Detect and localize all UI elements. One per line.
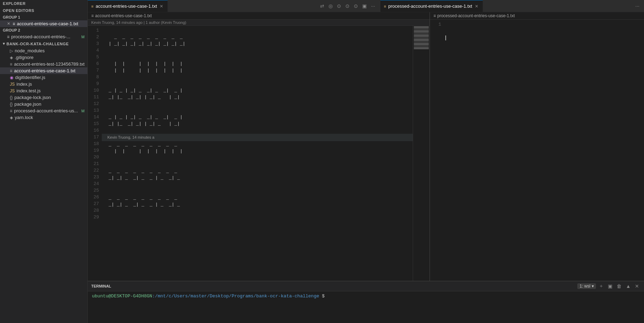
sidebar-tree-item[interactable]: ▷node_modules (0, 47, 87, 54)
left-tab-filename: account-entries-use-case-1.txt (95, 4, 157, 9)
line-number: 17 (91, 134, 99, 140)
line-number: 24 (91, 180, 99, 187)
sidebar-tree-item[interactable]: {}package.json (0, 101, 87, 107)
file-name: node_modules (15, 48, 45, 53)
nav-fwd-icon[interactable]: ⊙ (344, 2, 351, 10)
open-editors-label: OPEN EDITORS (3, 8, 34, 13)
blame-bar: Kevin Truong, 14 minutes ago | 1 author … (88, 20, 430, 26)
right-editor-content[interactable]: 1 (430, 20, 644, 281)
chevron-down-icon: ▾ (3, 41, 5, 46)
sidebar-tree-item[interactable]: ≡account-entries-use-case-1.txt (0, 67, 87, 74)
sidebar: EXPLORER OPEN EDITORS GROUP 1 ✕ ≡ accoun… (0, 0, 88, 323)
code-line (102, 188, 413, 195)
right-tab[interactable]: ≡ processed-account-entries-use-case-1.t… (380, 0, 483, 12)
right-breadcrumb-icon: ≡ (433, 13, 436, 18)
open-editors-header[interactable]: OPEN EDITORS (0, 7, 87, 14)
explorer-header[interactable]: EXPLORER (0, 0, 87, 7)
sidebar-tree-item[interactable]: ◉digitIdentifier.js (0, 74, 87, 81)
terminal-title: TERMINAL (91, 284, 111, 288)
file-icon-2: ≡ (7, 34, 9, 39)
code-line: _ | _ | _| _ _| _ _| _ | (102, 87, 413, 94)
terminal-wsl-selector[interactable]: 1: wsl ▾ (577, 283, 596, 289)
sidebar-tree-item[interactable]: JSindex.test.js (0, 87, 87, 94)
breadcrumb: ≡ account-entries-use-case-1.txt (88, 12, 430, 20)
new-terminal-icon[interactable]: ＋ (597, 282, 605, 290)
cursor (445, 35, 446, 40)
right-code-editor[interactable] (444, 20, 644, 281)
sidebar-tree-item[interactable]: ◈yarn.lock (0, 114, 87, 121)
line-number: 19 (91, 147, 99, 154)
breadcrumb-filename: account-entries-use-case-1.txt (95, 13, 152, 18)
file-icon: ▷ (10, 48, 13, 53)
terminal-body[interactable]: ubuntu@DESKTOP-G4DH8GN:/mnt/c/Users/mast… (88, 291, 644, 323)
right-breadcrumb: ≡ processed-account-entries-use-case-1.t… (430, 12, 644, 20)
line-number: 26 (91, 194, 99, 200)
right-tab-icon: ≡ (384, 4, 386, 8)
go-live-icon[interactable]: ◎ (327, 2, 334, 10)
line-number: 12 (91, 100, 99, 107)
right-panel-more-icon[interactable]: ··· (633, 2, 641, 10)
left-tab-close-icon[interactable]: ✕ (159, 3, 164, 9)
left-tab[interactable]: ≡ account-entries-use-case-1.txt ✕ (88, 0, 168, 12)
code-line (102, 47, 413, 54)
terminal-actions: 1: wsl ▾ ＋ ▣ 🗑 ▲ ✕ (577, 282, 640, 290)
nav-back-icon[interactable]: ⊙ (335, 2, 343, 10)
terminal-section: TERMINAL 1: wsl ▾ ＋ ▣ 🗑 ▲ ✕ ubuntu@DESKT… (88, 281, 644, 323)
open-editor-item-1[interactable]: ✕ ≡ account-entries-use-case-1.txt (0, 20, 87, 27)
line-number: 3 (91, 40, 99, 47)
explorer-label: EXPLORER (3, 1, 26, 6)
terminal-user: ubuntu@DESKTOP-G4DH8GN (92, 294, 152, 299)
maximize-terminal-icon[interactable]: ▲ (624, 283, 632, 290)
more-actions-icon[interactable]: ··· (369, 2, 377, 10)
file-icon: {} (10, 95, 13, 100)
project-label: BANK-OCR-KATA-CHALLENGE (7, 42, 69, 46)
sidebar-tree-item[interactable]: JSindex.js (0, 81, 87, 87)
project-header[interactable]: ▾ BANK-OCR-KATA-CHALLENGE (0, 40, 87, 47)
line-number: 4 (91, 47, 99, 54)
code-editor[interactable]: _ _ _ _ _ _ _ _ _ | _| _| _| _| _| _| _|… (102, 26, 413, 281)
modified-badge: M (81, 109, 85, 113)
sidebar-tree-item[interactable]: ≡account-entries-test-123456789.txt (0, 61, 87, 67)
code-line (102, 74, 413, 80)
terminal-header: TERMINAL 1: wsl ▾ ＋ ▣ 🗑 ▲ ✕ (88, 281, 644, 291)
file-name: account-entries-test-123456789.txt (14, 61, 85, 67)
tab-toolbar: ⇄ ◎ ⊙ ⊙ ⊙ ▣ ··· (318, 0, 380, 12)
close-terminal-icon[interactable]: ✕ (633, 283, 640, 290)
file-icon: ◈ (10, 115, 13, 120)
right-tab-filename: processed-account-entries-use-case-1.txt (388, 4, 472, 9)
split-terminal-icon[interactable]: ▣ (606, 283, 614, 290)
sidebar-tree-item[interactable]: {}package-lock.json (0, 94, 87, 101)
sidebar-tree-item[interactable]: ◈.gitignore (0, 54, 87, 61)
left-editor-content[interactable]: 1234567891011121314151617181920212223242… (88, 26, 430, 281)
right-line-1: 1 (433, 21, 441, 28)
file-icon: ≡ (10, 62, 12, 67)
line-number: 8 (91, 74, 99, 80)
file-name: processed-account-entries-us... (14, 108, 78, 113)
delete-terminal-icon[interactable]: 🗑 (615, 283, 623, 290)
open-editor-filename-1: account-entries-use-case-1.txt (17, 21, 78, 26)
file-icon: {} (10, 102, 13, 107)
file-icon: ◉ (10, 75, 13, 80)
open-editor-item-2[interactable]: ≡ processed-account-entries-... M (0, 33, 87, 40)
sidebar-tree-item[interactable]: ≡processed-account-entries-us...M (0, 107, 87, 114)
file-name: yarn.lock (15, 115, 33, 120)
file-name: .gitignore (15, 55, 33, 60)
code-line: Kevin Truong, 14 minutes a (102, 134, 413, 141)
right-breadcrumb-filename: processed-account-entries-use-case-1.txt (437, 13, 515, 18)
line-number: 1 (91, 27, 99, 34)
line-number: 9 (91, 80, 99, 87)
code-line: | | | | | | | | (102, 148, 413, 154)
code-line: _| _| _ _| _ _ | _ _| _ (102, 174, 413, 181)
split-right-icon[interactable]: ▣ (360, 2, 369, 10)
run-icon[interactable]: ⊙ (352, 2, 360, 10)
file-icon: ◈ (10, 55, 13, 60)
line-number: 7 (91, 67, 99, 74)
right-editor-panel: ≡ processed-account-entries-use-case-1.t… (430, 12, 644, 281)
line-number: 11 (91, 94, 99, 100)
split-editor-icon[interactable]: ⇄ (318, 2, 326, 10)
right-tab-close-icon[interactable]: ✕ (474, 3, 479, 9)
terminal-wsl-label: 1: wsl (579, 284, 590, 289)
file-name: package.json (14, 101, 41, 107)
close-icon[interactable]: ✕ (7, 21, 10, 26)
file-name: index.test.js (16, 88, 41, 93)
